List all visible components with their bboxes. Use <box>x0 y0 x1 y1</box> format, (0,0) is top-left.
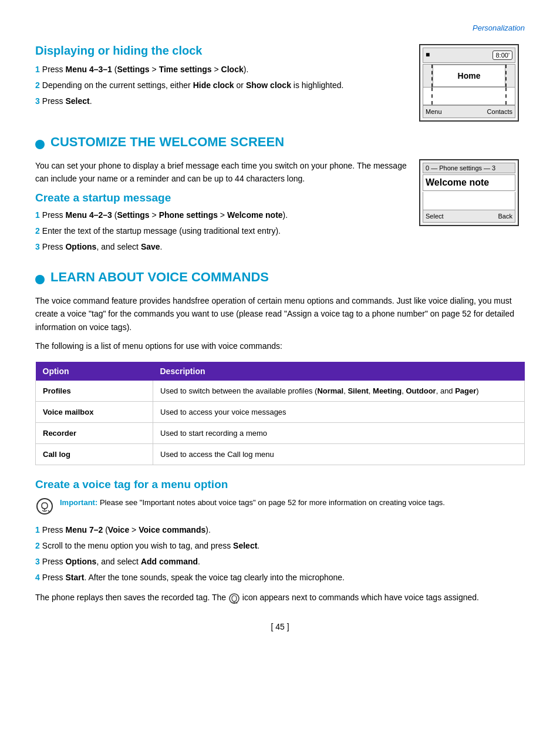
page-footer: [ 45 ] <box>35 622 525 631</box>
phone-settings-header: 0 — Phone settings — 3 <box>423 163 515 173</box>
table-header-option: Option <box>36 362 153 381</box>
table-row: Profiles Used to switch between the avai… <box>36 381 525 402</box>
section-clock: Displaying or hiding the clock 1 Press M… <box>35 44 525 122</box>
table-header-description: Description <box>153 362 525 381</box>
bullet-dot-customize <box>35 140 45 149</box>
section-voice-tag: Create a voice tag for a menu option Imp… <box>35 478 525 604</box>
voice-tag-title: Create a voice tag for a menu option <box>35 478 525 491</box>
subsection-startup-title: Create a startup message <box>35 191 407 204</box>
table-cell-recorder-option: Recorder <box>36 423 153 444</box>
important-block: Important: Please see "Important notes a… <box>35 497 525 516</box>
table-row: Call log Used to access the Call log men… <box>36 444 525 465</box>
voice-commands-table: Option Description Profiles Used to swit… <box>35 362 525 465</box>
important-label: Important: <box>60 498 97 507</box>
voice-body2: The following is a list of menu options … <box>35 339 525 352</box>
step-1-clock: 1 Press Menu 4–3–1 (Settings > Time sett… <box>35 63 407 76</box>
table-cell-calllog-option: Call log <box>36 444 153 465</box>
step-3-startup: 3 Press Options, and select Save. <box>35 241 407 253</box>
bullet-dot-voice <box>35 275 45 284</box>
phone-contacts-label: Contacts <box>487 108 512 115</box>
important-text: Important: Please see "Important notes a… <box>60 497 445 509</box>
phone-screen-clock: ■ 8:00' Home Menu Contacts <box>419 44 519 122</box>
recorded-tag-icon <box>228 593 240 604</box>
section-customize: CUSTOMIZE THE WELCOME SCREEN You can set… <box>35 135 525 257</box>
page-header: Personalization <box>35 23 525 32</box>
header-label: Personalization <box>473 23 525 32</box>
step-4-voicetag: 4 Press Start. After the tone sounds, sp… <box>35 571 525 584</box>
step-3-voicetag: 3 Press Options, and select Add command. <box>35 556 525 568</box>
table-cell-recorder-desc: Used to start recording a memo <box>153 423 525 444</box>
table-row: Voice mailbox Used to access your voice … <box>36 402 525 423</box>
table-cell-calllog-desc: Used to access the Call log menu <box>153 444 525 465</box>
phone-image-clock: ■ 8:00' Home Menu Contacts <box>419 44 525 122</box>
table-cell-voicemail-option: Voice mailbox <box>36 402 153 423</box>
phone-home-label: Home <box>433 65 505 87</box>
section-voice-title: LEARN ABOUT VOICE COMMANDS <box>50 270 269 285</box>
table-cell-profiles-desc: Used to switch between the available pro… <box>153 381 525 402</box>
customize-body: You can set your phone to display a brie… <box>35 159 407 186</box>
table-cell-profiles-option: Profiles <box>36 381 153 402</box>
voice-icon-svg <box>35 497 54 516</box>
step-2-clock: 2 Depending on the current settings, eit… <box>35 79 407 92</box>
section-voice-commands: LEARN ABOUT VOICE COMMANDS The voice com… <box>35 270 525 466</box>
voice-body1: The voice command feature provides hands… <box>35 294 525 334</box>
voice-tag-footer: The phone replays then saves the recorde… <box>35 591 525 604</box>
section-clock-content: Displaying or hiding the clock 1 Press M… <box>35 44 419 111</box>
important-body: Please see "Important notes about voice … <box>100 498 445 507</box>
section-customize-title: CUSTOMIZE THE WELCOME SCREEN <box>50 135 284 150</box>
important-icon <box>35 497 54 516</box>
step-1-startup: 1 Press Menu 4–2–3 (Settings > Phone set… <box>35 209 407 221</box>
phone-select-label: Select <box>426 213 444 220</box>
phone-menu-label: Menu <box>426 108 442 115</box>
time-badge: 8:00' <box>492 51 512 60</box>
step-2-startup: 2 Enter the text of the startup message … <box>35 225 407 237</box>
step-2-voicetag: 2 Scroll to the menu option you wish to … <box>35 540 525 552</box>
table-cell-voicemail-desc: Used to access your voice messages <box>153 402 525 423</box>
customize-content-area: You can set your phone to display a brie… <box>35 159 525 257</box>
section-clock-title: Displaying or hiding the clock <box>35 44 407 58</box>
step-3-clock: 3 Press Select. <box>35 95 407 107</box>
step-1-voicetag: 1 Press Menu 7–2 (Voice > Voice commands… <box>35 524 525 536</box>
page-number: [ 45 ] <box>271 622 289 631</box>
phone-image-welcome: 0 — Phone settings — 3 Welcome note Sele… <box>419 159 525 226</box>
phone-welcome-note: Welcome note <box>423 174 515 191</box>
phone-back-label: Back <box>498 213 512 220</box>
table-row: Recorder Used to start recording a memo <box>36 423 525 444</box>
